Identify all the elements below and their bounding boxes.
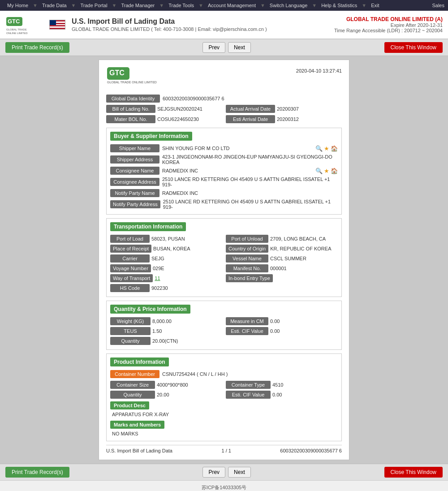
search-icon[interactable]: 🔍 (315, 145, 323, 152)
port-unload-value: 2709, LONG BEACH, CA (270, 236, 326, 241)
prod-qty-label: Quantity (110, 391, 155, 399)
measure-value: 0.00 (270, 319, 280, 324)
voyage-manifest-row: Voyage Number 029E Manifest No. 000001 (110, 264, 338, 272)
product-desc-label: Product Desc (110, 401, 149, 409)
weight-label: Weight (KG) (110, 317, 151, 325)
esti-arrival-field: Esti Arrival Date 20200312 (226, 115, 342, 123)
next-button[interactable]: Next (228, 42, 251, 53)
way-inbond-row: Way of Transport 11 In-bond Entry Type (110, 274, 338, 282)
shipper-icons: 🔍 ★ 🏠 (315, 145, 338, 152)
place-receipt-field: Place of Receipt BUSAN, KOREA (110, 245, 222, 253)
expire-info: Expire After 2020-12-31 (334, 22, 443, 28)
container-size-value: 4000*900*800 (157, 382, 188, 388)
consignee-name-value: RADMEDIX INC (162, 168, 313, 173)
prod-qty-cif-row: Quantity 20.00 Esti. CIF Value 0.00 (110, 391, 338, 399)
prev-button[interactable]: Prev (202, 42, 225, 53)
card-footer: U.S. Import Bill of Lading Data 1 / 1 60… (106, 445, 342, 453)
master-bol-label: Mater BOL No. (106, 115, 155, 123)
nav-item-trademanager[interactable]: Trade Manager (117, 3, 158, 8)
country-origin-label: Country of Origin (226, 245, 268, 253)
shipper-name-label: Shipper Name (110, 144, 159, 152)
buyer-supplier-title: Buyer & Supplier Information (110, 132, 192, 141)
header-subtitle: GLOBAL TRADE ONLINE LIMITED ( Tel: 400-7… (72, 26, 334, 32)
way-transport-label: Way of Transport (110, 274, 153, 282)
shipper-name-value: SHIN YOUNG FOR M CO LTD (162, 146, 313, 151)
nav-item-exit[interactable]: Exit (367, 3, 383, 8)
consignee-address-label: Consignee Address (110, 178, 159, 186)
icp-number: 苏ICP备14033305号 (4, 484, 444, 491)
esti-cif-qty-label: Esti. CIF Value (226, 327, 268, 335)
container-size-field: Container Size 4000*900*800 (110, 381, 222, 389)
ldr-info: Time Range Accessible (LDR) : 200712 ~ 2… (334, 28, 443, 33)
star-icon-2[interactable]: ★ (324, 168, 329, 174)
nav-item-language[interactable]: Switch Language (266, 3, 311, 8)
nav-item-home[interactable]: My Home (4, 3, 32, 8)
global-data-identity-value: 600320200309000035677 6 (163, 96, 224, 101)
container-type-label: Container Type (226, 381, 271, 389)
quantity-price-title: Quantity & Price Information (110, 305, 190, 314)
way-transport-value[interactable]: 11 (155, 276, 160, 281)
container-number-row: Container Number CSNU7254244 ( CN / L / … (110, 370, 338, 378)
nav-item-tradeportal[interactable]: Trade Portal (77, 3, 111, 8)
weight-value: 8,000.00 (152, 319, 172, 324)
teus-value: 1.50 (152, 328, 162, 334)
product-section: Product Information Container Number CSN… (106, 353, 342, 441)
star-icon[interactable]: ★ (324, 145, 329, 152)
voyage-label: Voyage Number (110, 264, 151, 272)
top-nav: My Home ▼ Trade Data ▼ Trade Portal ▼ Tr… (0, 0, 448, 11)
bottom-next-button[interactable]: Next (228, 467, 251, 478)
bol-no-field: Bill of Lading No. SEJGSUN20020241 (106, 105, 222, 113)
close-button[interactable]: Close This Window (384, 42, 443, 53)
bottom-nav-buttons: Prev Next (73, 467, 381, 478)
master-bol-value: COSU6224650230 (157, 116, 199, 122)
marks-header: Marks and Numbers (110, 421, 338, 429)
card-footer-right: 600320200309000035677 6 (280, 448, 342, 453)
actual-arrival-value: 20200307 (277, 106, 299, 112)
weight-field: Weight (KG) 8,000.00 (110, 317, 222, 325)
card-footer-left: U.S. Import Bill of Lading Data (106, 448, 172, 453)
transportation-section: Transportation Information Port of Load … (106, 218, 342, 297)
port-unload-label: Port of Unload (226, 235, 268, 243)
notify-address-label: Notify Party Address (110, 200, 160, 208)
svg-text:GLOBAL TRADE: GLOBAL TRADE (6, 28, 27, 31)
carrier-vessel-row: Carrier SEJG Vessel Name CSCL SUMMER (110, 254, 338, 263)
container-number-label: Container Number (110, 370, 159, 378)
bottom-close-button[interactable]: Close This Window (384, 467, 443, 478)
flag-icon[interactable] (49, 20, 65, 30)
actual-arrival-label: Actual Arrival Date (226, 105, 275, 113)
nav-item-account[interactable]: Account Management (204, 3, 259, 8)
record-card: GTC GLOBAL TRADE ONLINE LIMITED 2020-04-… (99, 60, 349, 460)
nav-item-help[interactable]: Help & Statistics (318, 3, 361, 8)
svg-text:GTC: GTC (8, 18, 20, 25)
home-icon[interactable]: 🏠 (331, 145, 338, 152)
esti-arrival-value: 20200312 (277, 116, 299, 122)
product-desc-value: APPARATUS FOR X-RAY (110, 411, 338, 418)
global-data-identity-label: Global Data Identity (106, 95, 160, 103)
nav-item-tradetools[interactable]: Trade Tools (165, 3, 198, 8)
search-icon-2[interactable]: 🔍 (315, 168, 323, 174)
voyage-value: 029E (153, 266, 164, 271)
buyer-supplier-section: Buyer & Supplier Information Shipper Nam… (106, 128, 342, 215)
container-size-type-row: Container Size 4000*900*800 Container Ty… (110, 381, 338, 389)
vessel-name-label: Vessel Name (226, 254, 268, 263)
container-number-value: CSNU7254244 ( CN / L / HH ) (162, 371, 228, 377)
consignee-address-value: 2510 LANCE RD KETTERING OH 45409 U S AAT… (162, 177, 338, 187)
consignee-icons: 🔍 ★ 🏠 (315, 168, 338, 174)
bottom-prev-button[interactable]: Prev (202, 467, 225, 478)
card-footer-center: 1 / 1 (221, 448, 231, 453)
print-button[interactable]: Print Trade Record(s) (5, 42, 69, 53)
place-country-row: Place of Receipt BUSAN, KOREA Country of… (110, 245, 338, 253)
card-datetime: 2020-04-10 13:27:41 (296, 66, 342, 73)
product-desc-header: Product Desc (110, 401, 338, 409)
footer: 苏ICP备14033305号 Company Website | Global … (0, 480, 448, 491)
page-title: U.S. Import Bill of Lading Data (72, 17, 334, 26)
bottom-print-button[interactable]: Print Trade Record(s) (5, 467, 69, 478)
vessel-name-field: Vessel Name CSCL SUMMER (226, 254, 338, 263)
notify-name-row: Notify Party Name RADMEDIX INC (110, 189, 338, 197)
nav-right[interactable]: Sales (432, 3, 444, 8)
country-origin-value: KR, REPUBLIC OF KOREA (270, 246, 331, 251)
hs-code-row: HS Code 902230 (110, 284, 338, 292)
home-icon-2[interactable]: 🏠 (331, 168, 338, 174)
quantity-row: Quantity 20.00(CTN) (110, 337, 338, 345)
nav-item-tradedata[interactable]: Trade Data (39, 3, 70, 8)
